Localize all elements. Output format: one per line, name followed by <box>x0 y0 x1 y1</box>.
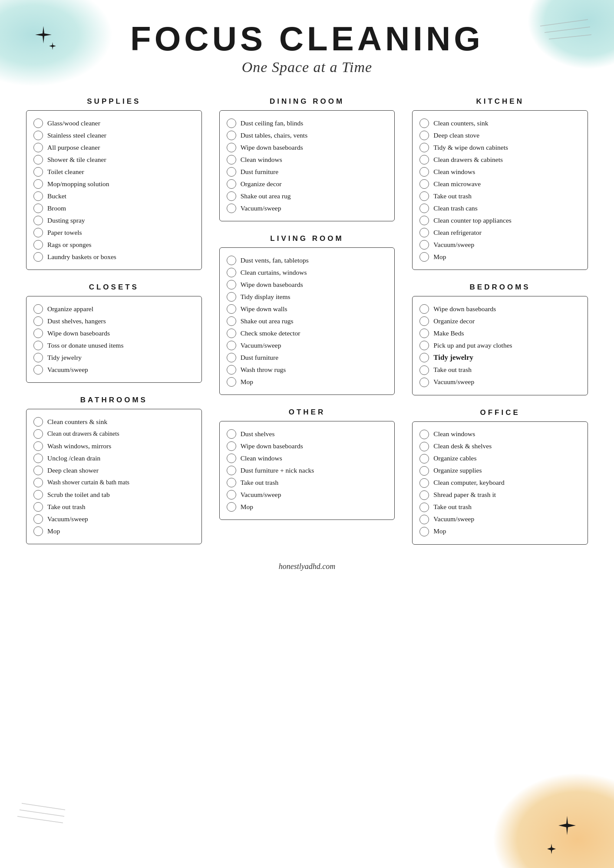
checkbox[interactable] <box>33 191 43 201</box>
item-label: Shake out area rugs <box>241 317 294 326</box>
checkbox[interactable] <box>419 131 429 140</box>
checkbox[interactable] <box>33 252 43 262</box>
checkbox[interactable] <box>33 143 43 152</box>
checkbox[interactable] <box>419 365 429 375</box>
checkbox[interactable] <box>33 179 43 189</box>
item-label: Mop <box>241 503 253 512</box>
checkbox[interactable] <box>419 442 429 451</box>
checkbox[interactable] <box>33 316 43 326</box>
checkbox[interactable] <box>227 454 236 463</box>
checkbox[interactable] <box>33 441 43 451</box>
checkbox[interactable] <box>33 204 43 213</box>
checkbox[interactable] <box>227 118 236 128</box>
checkbox[interactable] <box>227 155 236 164</box>
checkbox[interactable] <box>33 329 43 338</box>
checkbox[interactable] <box>227 292 236 302</box>
checkbox[interactable] <box>419 454 429 464</box>
checkbox[interactable] <box>33 341 43 350</box>
checkbox[interactable] <box>419 204 429 213</box>
checkbox[interactable] <box>227 256 236 265</box>
checkbox[interactable] <box>33 131 43 140</box>
checkbox[interactable] <box>419 503 429 512</box>
item-label: Mop <box>241 378 253 387</box>
checkbox[interactable] <box>419 466 429 476</box>
checkbox[interactable] <box>33 490 43 500</box>
checkbox[interactable] <box>33 155 43 164</box>
checkbox[interactable] <box>33 304 43 314</box>
checkbox[interactable] <box>227 329 236 338</box>
checkbox[interactable] <box>227 179 236 189</box>
checkbox[interactable] <box>419 155 429 164</box>
checkbox[interactable] <box>419 329 429 338</box>
list-item: Bucket <box>33 191 195 201</box>
checkbox[interactable] <box>33 417 43 427</box>
checkbox[interactable] <box>227 204 236 213</box>
checkbox[interactable] <box>227 353 236 362</box>
checkbox[interactable] <box>419 240 429 250</box>
checkbox[interactable] <box>419 353 429 362</box>
list-item: Tidy jewelry <box>419 353 581 363</box>
checkbox[interactable] <box>419 179 429 189</box>
checkbox[interactable] <box>227 341 236 350</box>
checkbox[interactable] <box>33 167 43 177</box>
checkbox[interactable] <box>227 502 236 512</box>
checkbox[interactable] <box>227 441 236 451</box>
checkbox[interactable] <box>419 490 429 500</box>
checkbox[interactable] <box>33 454 43 463</box>
item-label: Wipe down baseboards <box>241 143 303 152</box>
checkbox[interactable] <box>227 377 236 387</box>
item-label: Unclog /clean drain <box>47 454 100 463</box>
checkbox[interactable] <box>419 341 429 350</box>
checkbox[interactable] <box>33 228 43 237</box>
checkbox[interactable] <box>227 365 236 375</box>
checkbox[interactable] <box>419 191 429 201</box>
checkbox[interactable] <box>33 353 43 362</box>
checkbox[interactable] <box>419 478 429 488</box>
checkbox[interactable] <box>419 118 429 128</box>
checkbox[interactable] <box>419 378 429 387</box>
checkbox[interactable] <box>227 466 236 475</box>
list-item: Clean counters, sink <box>419 118 581 128</box>
list-item: Shower & tile cleaner <box>33 155 195 164</box>
checkbox[interactable] <box>33 365 43 375</box>
checkbox[interactable] <box>227 280 236 289</box>
checkbox[interactable] <box>33 118 43 128</box>
checklist-bathrooms: Clean counters & sink Clean out drawers … <box>26 409 202 544</box>
checkbox[interactable] <box>33 514 43 524</box>
checkbox[interactable] <box>227 490 236 500</box>
list-item: Mop <box>419 527 581 536</box>
checkbox[interactable] <box>227 429 236 439</box>
checkbox[interactable] <box>227 131 236 140</box>
checkbox[interactable] <box>419 228 429 237</box>
checkbox[interactable] <box>419 430 429 439</box>
checkbox[interactable] <box>33 240 43 250</box>
list-item: Organize apparel <box>33 304 195 314</box>
checkbox[interactable] <box>33 478 43 487</box>
checkbox[interactable] <box>419 143 429 152</box>
checkbox[interactable] <box>419 167 429 177</box>
item-label: Wipe down walls <box>241 305 287 314</box>
checkbox[interactable] <box>419 216 429 225</box>
checkbox[interactable] <box>419 304 429 314</box>
checkbox[interactable] <box>419 316 429 326</box>
checkbox[interactable] <box>33 216 43 225</box>
checkbox[interactable] <box>419 527 429 536</box>
checkbox[interactable] <box>33 526 43 536</box>
checkbox[interactable] <box>227 316 236 326</box>
checkbox[interactable] <box>227 304 236 314</box>
checkbox[interactable] <box>227 268 236 277</box>
list-item: Wipe down baseboards <box>419 304 581 314</box>
checkbox[interactable] <box>227 478 236 487</box>
checkbox[interactable] <box>33 429 43 439</box>
checklist-living-room: Dust vents, fan, tabletops Clean curtain… <box>219 247 395 395</box>
checkbox[interactable] <box>419 515 429 524</box>
checkbox[interactable] <box>33 502 43 512</box>
list-item: Deep clean shower <box>33 466 195 475</box>
section-title-dining-room: DINING ROOM <box>219 97 395 106</box>
checkbox[interactable] <box>227 167 236 177</box>
checkbox[interactable] <box>33 466 43 475</box>
checkbox[interactable] <box>227 191 236 201</box>
checkbox[interactable] <box>227 143 236 152</box>
list-item: Take out trash <box>419 503 581 512</box>
checkbox[interactable] <box>419 252 429 262</box>
